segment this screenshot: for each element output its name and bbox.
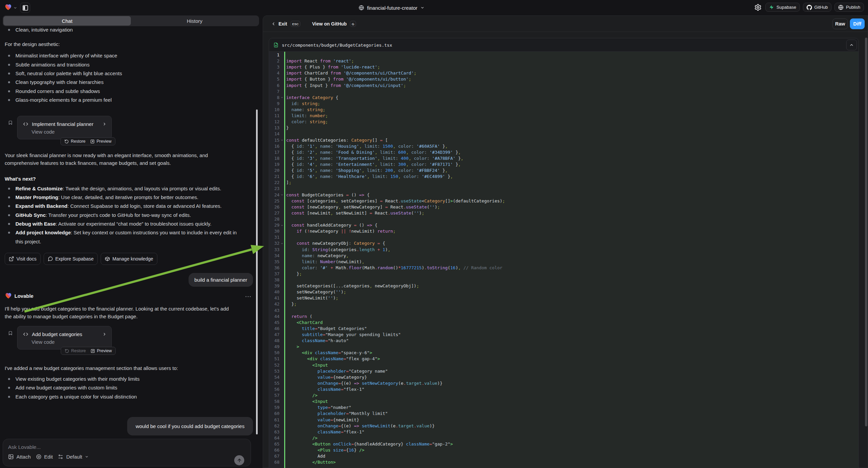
bookmark-icon[interactable]	[8, 330, 13, 336]
file-header[interactable]: src/components/budget/BudgetCategories.t…	[269, 38, 858, 52]
line-number: 13	[269, 125, 284, 131]
chat-scrollbar[interactable]	[256, 110, 258, 434]
chat-tabs: Chat History	[3, 16, 259, 26]
list-item: Each category gets a unique color for vi…	[0, 392, 255, 401]
preview-button[interactable]: Preview	[91, 349, 112, 353]
bullet-dot	[8, 29, 10, 31]
tab-chat[interactable]: Chat	[3, 16, 131, 26]
line-number: 54	[269, 374, 284, 380]
code-line: placeholder="Monthly limit"	[286, 411, 858, 417]
list-item: Minimalist interface with plenty of whit…	[0, 51, 255, 60]
list-item: GitHub Sync: Transfer your project's cod…	[0, 211, 240, 220]
code-line	[286, 186, 858, 192]
code-line: import ChartCard from '@/components/ui/C…	[286, 70, 858, 76]
fold-chevron-icon[interactable]	[280, 194, 283, 196]
line-number-gutter: 1234567891011121314151617181920212223242…	[269, 52, 284, 468]
code-line: id: string;	[286, 101, 858, 107]
line-number: 7	[269, 89, 284, 95]
send-button[interactable]	[234, 455, 244, 465]
chat-input[interactable]	[3, 439, 251, 466]
line-number: 45	[269, 320, 284, 326]
code-line: const [newLimit, setNewLimit] = React.us…	[286, 210, 858, 216]
publish-label: Publish	[846, 5, 860, 10]
mode-select[interactable]: Default	[58, 454, 89, 460]
bookmark-icon[interactable]	[8, 120, 13, 125]
code-line: import { Button } from '@/components/ui/…	[286, 76, 858, 82]
exit-button[interactable]: Exit ESC	[271, 21, 300, 27]
line-number: 42	[269, 301, 284, 307]
code-line: <Input	[286, 362, 858, 368]
version-card-implement-financial-planner[interactable]: Implement financial planner View code	[17, 116, 112, 139]
line-number: 16	[269, 143, 284, 149]
list-item: Clean, intuitive navigation	[0, 26, 248, 34]
restore-button[interactable]: Restore	[64, 139, 86, 144]
code-viewer-panel: Exit ESC View on GitHub G Raw Diff src/c…	[263, 16, 868, 468]
line-number: 37	[269, 271, 284, 277]
restore-button[interactable]: Restore	[65, 349, 86, 353]
diff-toggle-button[interactable]: Diff	[850, 19, 865, 29]
tab-history[interactable]: History	[131, 16, 258, 26]
collapse-file-button[interactable]	[846, 39, 857, 50]
project-switcher[interactable]: financial-future-creator	[359, 3, 425, 12]
next-steps-list: Refine & Customize: Tweak the design, an…	[0, 184, 255, 246]
visit-docs-button[interactable]: Visit docs	[5, 253, 40, 265]
code-line: />	[286, 435, 858, 441]
whats-next-heading: What's next?	[5, 176, 36, 182]
github-label: GitHub	[814, 5, 828, 10]
line-number: 55	[269, 380, 284, 386]
code-line: { id: '5', name: 'Shopping', limit: 200,…	[286, 168, 858, 174]
code-line: color: '#' + Math.floor(Math.random()*16…	[286, 265, 858, 271]
line-number: 51	[269, 356, 284, 362]
explore-supabase-button[interactable]: Explore Supabase	[43, 253, 98, 265]
view-code-link[interactable]: View code	[32, 129, 107, 135]
attach-image-icon	[8, 454, 14, 460]
code-line: </Button>	[286, 459, 858, 465]
list-item: Glass-morphic elements for a premium fee…	[0, 96, 255, 105]
code-line: />	[286, 392, 858, 399]
raw-toggle-button[interactable]: Raw	[832, 19, 848, 29]
edit-button[interactable]: Edit	[36, 454, 53, 460]
publish-globe-icon	[838, 5, 843, 10]
preview-button[interactable]: Preview	[90, 139, 112, 144]
list-item: Add new budget categories with custom li…	[0, 383, 255, 392]
view-on-github-button[interactable]: View on GitHub G	[312, 21, 356, 27]
line-number: 59	[269, 405, 284, 411]
version-card-add-budget-categories[interactable]: Add budget categories View code	[17, 326, 112, 350]
attach-button[interactable]: Attach	[8, 454, 31, 460]
line-number: 11	[269, 113, 284, 119]
view-code-link[interactable]: View code	[32, 339, 107, 345]
design-bullet-list: Minimalist interface with plenty of whit…	[0, 51, 255, 105]
line-number: 49	[269, 344, 284, 350]
chevron-down-icon	[85, 455, 89, 459]
github-icon	[807, 5, 812, 10]
manage-knowledge-button[interactable]: Manage knowledge	[101, 253, 157, 265]
fold-chevron-icon[interactable]	[280, 139, 283, 142]
line-number: 4	[269, 70, 284, 76]
restore-icon	[64, 139, 69, 144]
message-menu-ellipsis-icon[interactable]	[245, 295, 251, 298]
code-line: onChange={(e) => setNewCategory(e.target…	[286, 380, 858, 386]
fold-chevron-icon[interactable]	[280, 224, 283, 227]
bullet-dot	[8, 72, 10, 75]
quick-actions: Visit docs Explore Supabase Manage knowl…	[5, 253, 157, 265]
bullet-dot	[8, 214, 10, 216]
code-line	[286, 52, 858, 58]
publish-button[interactable]: Publish	[834, 3, 864, 12]
package-icon	[105, 256, 110, 262]
chat-input-placeholder: Ask Lovable...	[8, 444, 40, 450]
window-scrollbar[interactable]	[865, 38, 867, 427]
code-line: const BudgetCategories = () => {	[286, 192, 858, 198]
fold-chevron-icon[interactable]	[280, 96, 283, 99]
settings-gear-icon[interactable]	[754, 4, 762, 11]
code-line: ];	[286, 180, 858, 186]
github-button[interactable]: GitHub	[803, 3, 831, 12]
code-line: };	[286, 271, 858, 277]
fold-chevron-icon[interactable]	[280, 242, 283, 245]
line-number: 3	[269, 64, 284, 70]
bullet-dot	[8, 188, 10, 190]
bullet-dot	[8, 232, 10, 234]
code-area[interactable]: 1234567891011121314151617181920212223242…	[269, 52, 858, 468]
user-message-bubble: would be cool if you could add budget ca…	[127, 417, 253, 435]
assistant-paragraph: Your sleek financial planner is now read…	[5, 152, 253, 167]
supabase-button[interactable]: Supabase	[765, 3, 800, 12]
